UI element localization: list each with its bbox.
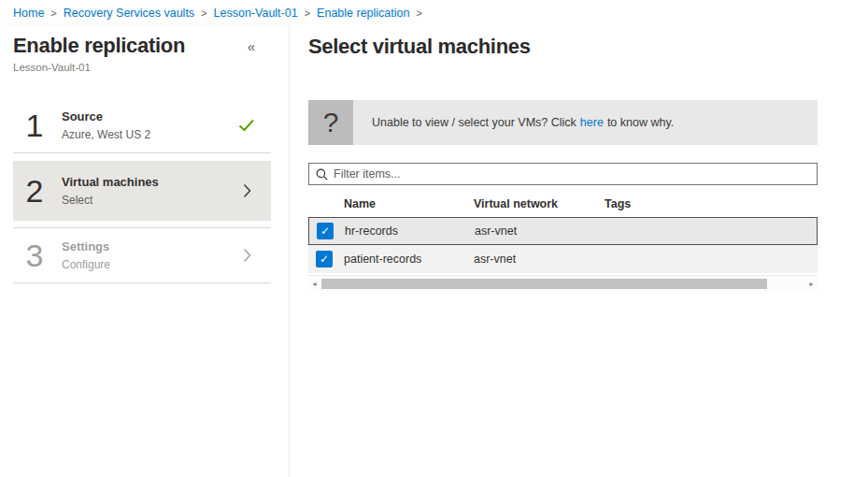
wizard-subtitle: Lesson-Vault-01 [13,62,276,73]
step-divider [13,282,271,283]
vm-table: Name Virtual network Tags ✓ hr-records a… [308,190,818,291]
step-subtitle: Select [62,194,237,207]
breadcrumb-separator: > [201,7,206,19]
search-icon [316,168,328,181]
step-settings: 3 Settings Configure [13,228,271,282]
step-source[interactable]: 1 Source Azure, West US 2 [13,98,271,152]
wizard-title: Enable replication [13,34,276,58]
step-title: Settings [62,239,237,253]
table-row-patient-records[interactable]: ✓ patient-records asr-vnet [308,245,818,273]
vm-virtual-network: asr-vnet [475,224,605,238]
scroll-right-icon[interactable]: ► [805,281,818,287]
step-title: Virtual machines [62,175,237,189]
chevron-right-icon [237,183,256,198]
vm-name: patient-records [344,253,474,266]
breadcrumb-recovery-services-vaults[interactable]: Recovery Services vaults [64,7,194,20]
check-icon [237,119,256,132]
table-row-hr-records[interactable]: ✓ hr-records asr-vnet [308,217,818,245]
row-checkbox[interactable]: ✓ [316,251,333,267]
chevron-right-icon [237,248,256,263]
info-banner: ? Unable to view / select your VMs? Clic… [308,100,818,145]
breadcrumb-home[interactable]: Home [13,7,44,20]
question-mark-icon: ? [308,100,353,145]
table-header: Name Virtual network Tags [308,190,818,217]
vm-name: hr-records [345,224,475,238]
filter-items-input[interactable] [334,167,810,181]
step-number: 2 [13,175,56,207]
breadcrumb-enable-replication[interactable]: Enable replication [317,7,409,20]
horizontal-scrollbar[interactable]: ◄ ► [308,275,818,291]
collapse-panel-icon[interactable]: « [248,38,255,54]
banner-here-link[interactable]: here [580,116,604,129]
wizard-steps: 1 Source Azure, West US 2 2 Virtual mach… [0,98,289,283]
scrollbar-track[interactable] [320,278,805,290]
step-subtitle: Azure, West US 2 [62,128,237,141]
column-header-virtual-network: Virtual network [474,197,605,210]
step-title: Source [62,109,237,123]
banner-text: to know why. [607,116,674,129]
banner-text: Unable to view / select your VMs? Click [372,116,576,129]
vm-virtual-network: asr-vnet [474,253,605,266]
breadcrumb-separator: > [416,7,421,19]
wizard-panel: Enable replication « Lesson-Vault-01 1 S… [0,25,290,477]
scroll-left-icon[interactable]: ◄ [308,281,320,287]
row-checkbox[interactable]: ✓ [317,223,334,239]
column-header-name: Name [344,197,474,210]
step-number: 1 [13,109,56,141]
step-divider [13,152,271,153]
page-title: Select virtual machines [308,35,868,59]
scrollbar-thumb[interactable] [321,279,767,289]
step-number: 3 [13,239,56,271]
breadcrumb: Home > Recovery Services vaults > Lesson… [13,7,422,20]
breadcrumb-lesson-vault-01[interactable]: Lesson-Vault-01 [214,7,298,20]
breadcrumb-separator: > [305,7,310,19]
step-subtitle: Configure [62,258,237,271]
step-virtual-machines[interactable]: 2 Virtual machines Select [13,161,271,221]
column-header-tags: Tags [605,197,818,210]
select-vms-panel: Select virtual machines ? Unable to view… [290,25,868,477]
filter-box [308,163,818,185]
breadcrumb-separator: > [50,7,56,19]
